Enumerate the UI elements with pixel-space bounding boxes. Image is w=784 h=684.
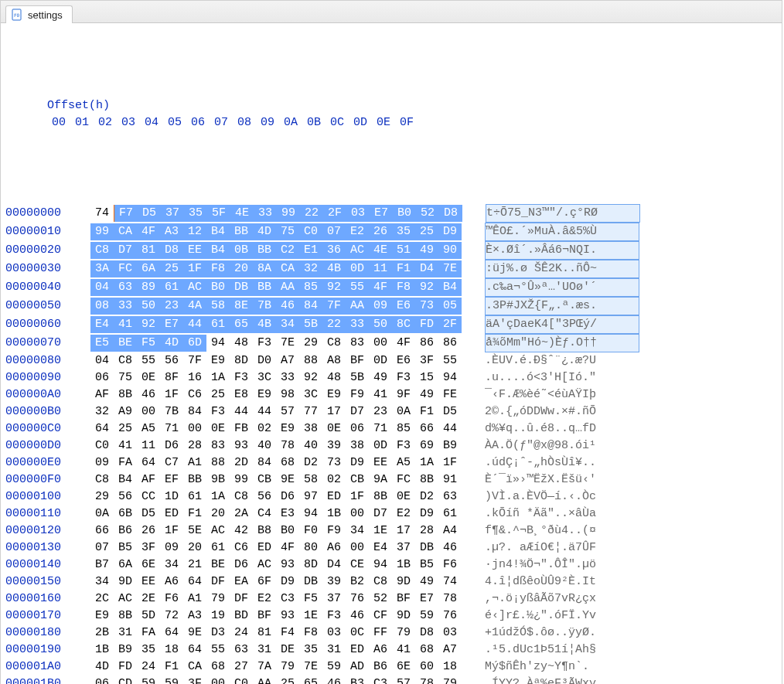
hex-byte[interactable]: D5 — [138, 205, 161, 222]
hex-byte[interactable]: 33 — [114, 298, 137, 315]
hex-byte[interactable]: 66 — [415, 420, 438, 437]
hex-byte[interactable]: 48 — [322, 369, 346, 386]
hex-byte[interactable]: 61 — [206, 316, 230, 333]
hex-byte[interactable]: 55 — [206, 641, 230, 658]
hex-byte[interactable]: 63 — [438, 488, 462, 505]
hex-byte[interactable]: 7E — [438, 260, 462, 277]
hex-byte[interactable]: AF — [137, 471, 160, 488]
hex-byte[interactable]: 6A — [114, 556, 137, 573]
hex-byte[interactable]: C4 — [253, 505, 276, 522]
hex-byte[interactable]: 1A — [206, 369, 230, 386]
hex-byte[interactable]: 98 — [276, 386, 299, 403]
hex-byte[interactable]: ED — [160, 505, 183, 522]
hex-byte[interactable]: E4 — [369, 539, 392, 556]
hex-byte[interactable]: 94 — [299, 505, 322, 522]
hex-byte[interactable]: 35 — [392, 223, 415, 240]
hex-byte[interactable]: 20 — [183, 539, 206, 556]
hex-row[interactable]: 0000004004638961ACB0DBBBAA8592554FF892B4… — [5, 278, 777, 297]
hex-byte[interactable]: C0 — [230, 675, 253, 684]
hex-byte[interactable]: 34 — [346, 522, 369, 539]
hex-byte[interactable]: 0E — [137, 369, 160, 386]
hex-row[interactable]: 00000170E98B5D72A319BDBF931EF346CF9D5976… — [5, 607, 777, 624]
hex-row[interactable]: 000001002956CC1D611AC856D697ED1F8B0ED263… — [5, 488, 777, 505]
hex-row[interactable]: 00000060E44192E74461654B345B2233508CFD2F… — [5, 315, 777, 334]
hex-byte[interactable]: 5B — [346, 369, 369, 386]
hex-byte[interactable]: 50 — [369, 316, 392, 333]
hex-byte[interactable]: 4B — [322, 260, 346, 277]
hex-byte[interactable]: EA — [230, 573, 253, 590]
hex-row[interactable]: 0000008004C855567FE98DD0A788A8BF0DE63F55… — [5, 352, 777, 369]
hex-byte[interactable]: 1D — [160, 488, 183, 505]
hex-byte[interactable]: 64 — [160, 624, 183, 641]
hex-byte[interactable]: 88 — [299, 352, 322, 369]
hex-byte[interactable]: 39 — [322, 573, 346, 590]
hex-byte[interactable]: 64 — [183, 641, 206, 658]
hex-byte[interactable]: E9 — [206, 352, 230, 369]
hex-byte[interactable]: 55 — [137, 352, 160, 369]
hex-byte[interactable]: 0D — [369, 352, 392, 369]
hex-byte[interactable]: 63 — [230, 641, 253, 658]
hex-byte[interactable]: 59 — [137, 675, 160, 684]
hex-byte[interactable]: 61 — [160, 279, 183, 296]
hex-byte[interactable]: CA — [183, 658, 206, 675]
hex-byte[interactable]: 00 — [369, 335, 392, 352]
hex-byte[interactable]: 23 — [160, 298, 183, 315]
ascii-text[interactable]: .údÇ¡ˆ-„hÒsÙî¥.. — [485, 454, 639, 471]
hex-byte[interactable]: 0A — [392, 403, 415, 420]
hex-byte[interactable]: 31 — [253, 641, 276, 658]
hex-byte[interactable]: 79 — [438, 675, 462, 684]
hex-byte[interactable]: 9D — [114, 573, 137, 590]
hex-byte[interactable]: 29 — [299, 335, 322, 352]
hex-byte[interactable]: A7 — [276, 352, 299, 369]
hex-row[interactable]: 00000150349DEEA664DFEA6FD9DB39B2C89D4974… — [5, 573, 777, 590]
hex-byte[interactable]: CB — [253, 471, 276, 488]
hex-byte[interactable]: 56 — [114, 488, 137, 505]
hex-byte[interactable]: E2 — [392, 505, 415, 522]
hex-byte[interactable]: 00 — [346, 539, 369, 556]
hex-byte[interactable]: B4 — [206, 223, 230, 240]
hex-byte[interactable]: 17 — [392, 522, 415, 539]
hex-byte[interactable]: BE — [206, 556, 230, 573]
hex-byte[interactable]: 0D — [346, 260, 369, 277]
hex-byte[interactable]: 77 — [299, 403, 322, 420]
hex-byte[interactable]: F3 — [322, 607, 346, 624]
hex-byte[interactable]: D9 — [438, 223, 462, 240]
hex-byte[interactable]: 1E — [299, 607, 322, 624]
hex-byte[interactable]: 6F — [253, 573, 276, 590]
hex-byte[interactable]: 3F — [415, 352, 438, 369]
hex-byte[interactable]: 49 — [415, 573, 438, 590]
hex-byte[interactable]: 05 — [438, 298, 462, 315]
ascii-text[interactable]: ¯‹F.Æ%èé˜<éùAŸIþ — [485, 386, 639, 403]
hex-byte[interactable]: 35 — [184, 205, 207, 222]
hex-byte[interactable]: A6 — [369, 641, 392, 658]
hex-byte[interactable]: 72 — [160, 607, 183, 624]
hex-byte[interactable]: 92 — [137, 316, 160, 333]
hex-byte[interactable]: 15 — [415, 369, 438, 386]
hex-byte[interactable]: 8B — [415, 471, 438, 488]
hex-byte[interactable]: A3 — [160, 223, 183, 240]
hex-byte[interactable]: 3F — [137, 539, 160, 556]
hex-byte[interactable]: 46 — [322, 675, 346, 684]
hex-row[interactable]: 000000F0C8B4AFEFBB9B99CB9E5802CB9AFC8B91… — [5, 471, 777, 488]
hex-byte[interactable]: C8 — [90, 471, 114, 488]
hex-byte[interactable]: 00 — [346, 505, 369, 522]
hex-byte[interactable]: 3C — [299, 386, 322, 403]
hex-byte[interactable]: F5 — [299, 590, 322, 607]
hex-byte[interactable]: AD — [346, 658, 369, 675]
hex-row[interactable]: 000000A0AF8B461FC625E8E9983CE9F9419F49FE… — [5, 386, 777, 403]
hex-byte[interactable]: B9 — [114, 641, 137, 658]
hex-byte[interactable]: 73 — [322, 454, 346, 471]
hex-byte[interactable]: 0A — [90, 505, 114, 522]
hex-byte[interactable]: B4 — [206, 242, 230, 259]
hex-row[interactable]: 0000009006750E8F161AF33C3392485B49F31594… — [5, 369, 777, 386]
hex-byte[interactable]: A3 — [183, 607, 206, 624]
hex-byte[interactable]: 32 — [299, 260, 322, 277]
hex-byte[interactable]: 63 — [114, 279, 137, 296]
hex-byte[interactable]: 33 — [276, 369, 299, 386]
hex-row[interactable]: 0000000074F7D537355F4E3399222F03E7B052D8… — [5, 204, 777, 223]
ascii-text[interactable]: )VÌ.a.ÈVÖ—í.‹.Òc — [485, 488, 639, 505]
hex-byte[interactable]: D2 — [415, 488, 438, 505]
hex-byte[interactable]: 83 — [206, 437, 230, 454]
hex-byte[interactable]: 06 — [346, 420, 369, 437]
hex-byte[interactable]: 33 — [346, 316, 369, 333]
